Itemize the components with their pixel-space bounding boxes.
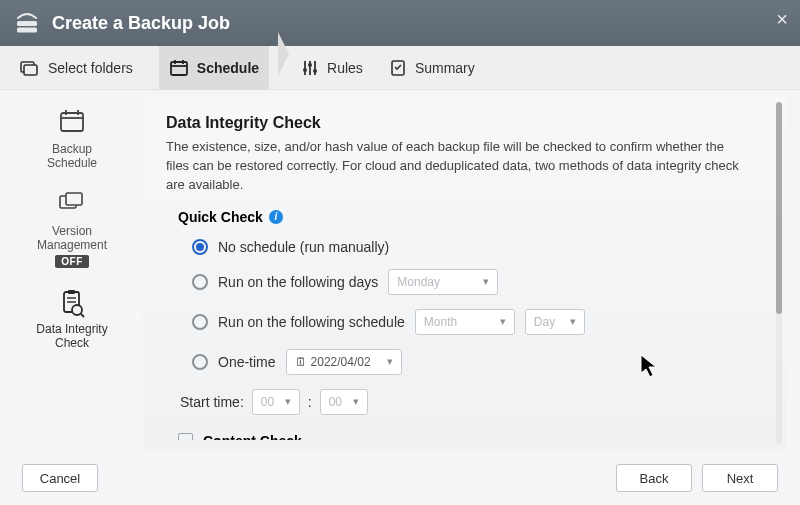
radio-label: Run on the following schedule (218, 314, 405, 330)
svg-rect-20 (66, 193, 82, 205)
sidebar: Backup Schedule Version Management OFF D… (0, 90, 144, 450)
summary-icon (389, 59, 407, 77)
minute-select[interactable]: 00▾ (320, 389, 368, 415)
calendar-icon (4, 108, 140, 138)
step-rules[interactable]: Rules (301, 59, 363, 77)
svg-rect-1 (17, 28, 37, 33)
folders-icon (18, 59, 40, 77)
radio-one-time[interactable] (192, 354, 208, 370)
nas-icon (14, 12, 40, 34)
weekday-select[interactable]: Monday▾ (388, 269, 498, 295)
radio-no-schedule[interactable] (192, 239, 208, 255)
versions-icon (4, 190, 140, 220)
info-icon[interactable]: i (269, 210, 283, 224)
panel-description: The existence, size, and/or hash value o… (166, 138, 750, 195)
calendar-icon (169, 59, 189, 77)
scrollbar[interactable] (776, 102, 782, 444)
svg-rect-15 (61, 113, 83, 131)
svg-point-25 (72, 305, 82, 315)
chevron-down-icon: ▾ (285, 395, 291, 408)
titlebar: Create a Backup Job (0, 0, 800, 46)
step-select-folders[interactable]: Select folders (18, 59, 133, 77)
content-panel: Data Integrity Check The existence, size… (144, 96, 786, 450)
panel-title: Data Integrity Check (166, 114, 750, 132)
calendar-small-icon: 🗓 (295, 355, 307, 369)
step-schedule[interactable]: Schedule (159, 46, 269, 90)
next-button[interactable]: Next (702, 464, 778, 492)
chevron-down-icon: ▾ (387, 355, 393, 368)
footer: Cancel Back Next (0, 451, 800, 505)
step-summary[interactable]: Summary (389, 59, 475, 77)
svg-point-13 (313, 69, 317, 73)
content-check-label: Content Check (203, 433, 302, 440)
radio-label: Run on the following days (218, 274, 378, 290)
content-check-checkbox[interactable] (178, 433, 193, 440)
radio-label: No schedule (run manually) (218, 239, 389, 255)
cancel-button[interactable]: Cancel (22, 464, 98, 492)
hour-select[interactable]: 00▾ (252, 389, 300, 415)
sidebar-item-version-management[interactable]: Version Management OFF (4, 190, 140, 268)
sidebar-item-label: Data Integrity Check (4, 322, 140, 350)
svg-rect-22 (68, 290, 75, 294)
step-label: Schedule (197, 60, 259, 76)
wizard-steps: Select folders Schedule Rules Summary (0, 46, 800, 90)
sliders-icon (301, 59, 319, 77)
time-colon: : (308, 394, 312, 410)
svg-point-11 (303, 68, 307, 72)
svg-rect-4 (171, 62, 187, 75)
step-label: Rules (327, 60, 363, 76)
svg-point-12 (308, 63, 312, 67)
radio-run-schedule[interactable] (192, 314, 208, 330)
quick-check-label: Quick Check i (178, 209, 750, 225)
day-select[interactable]: Day▾ (525, 309, 585, 335)
sidebar-item-backup-schedule[interactable]: Backup Schedule (4, 108, 140, 170)
close-icon[interactable]: × (776, 8, 788, 31)
svg-line-26 (81, 314, 84, 317)
chevron-down-icon: ▾ (483, 275, 489, 288)
month-select[interactable]: Month▾ (415, 309, 515, 335)
radio-label: One-time (218, 354, 276, 370)
page-title: Create a Backup Job (52, 13, 230, 34)
integrity-check-icon (4, 288, 140, 318)
sidebar-item-label: Version Management (4, 224, 140, 252)
scrollbar-thumb[interactable] (776, 102, 782, 314)
main-area: Backup Schedule Version Management OFF D… (0, 90, 800, 450)
svg-rect-3 (24, 65, 37, 75)
chevron-down-icon: ▾ (570, 315, 576, 328)
sidebar-item-data-integrity[interactable]: Data Integrity Check (4, 288, 140, 350)
chevron-down-icon: ▾ (500, 315, 506, 328)
off-badge: OFF (55, 255, 89, 268)
back-button[interactable]: Back (616, 464, 692, 492)
svg-rect-0 (17, 21, 37, 26)
date-picker[interactable]: 🗓2022/04/02 ▾ (286, 349, 402, 375)
step-label: Summary (415, 60, 475, 76)
chevron-down-icon: ▾ (353, 395, 359, 408)
radio-run-days[interactable] (192, 274, 208, 290)
sidebar-item-label: Backup Schedule (4, 142, 140, 170)
step-label: Select folders (48, 60, 133, 76)
start-time-label: Start time: (180, 394, 244, 410)
